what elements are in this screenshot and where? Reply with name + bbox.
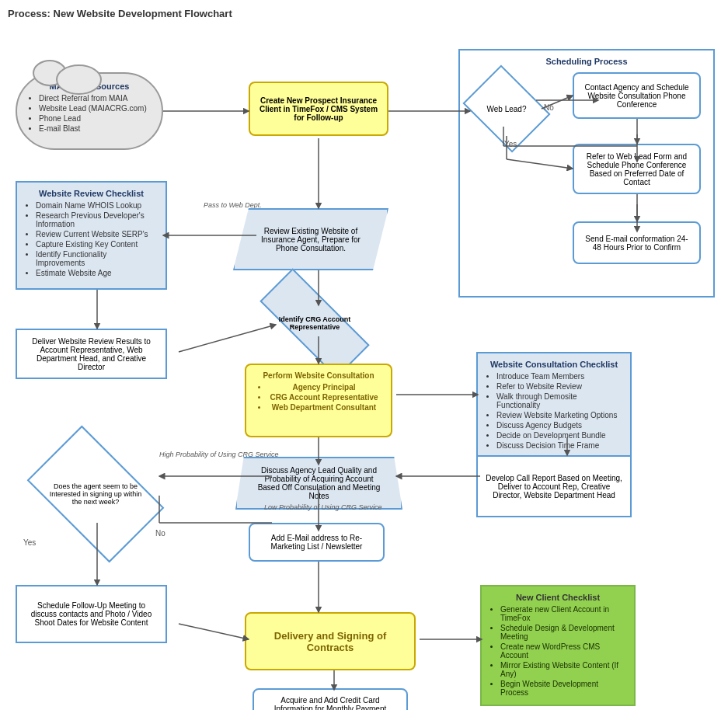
add-email-label: Add E-Mail address to Re-Marketing List … [258, 534, 375, 551]
acquire-credit-label: Acquire and Add Credit Card Information … [262, 696, 399, 710]
rcb-1: Domain Name WHOIS Lookup [36, 201, 158, 210]
web-lead-diamond: Web Lead? [472, 82, 542, 136]
no-label2: No [155, 529, 165, 538]
ccb-5: Discuss Agency Budgets [496, 421, 622, 430]
perform-consultation-bullets: Agency Principal CRG Account Representat… [257, 383, 380, 412]
contact-agency-box: Contact Agency and Schedule Website Cons… [573, 72, 701, 119]
discuss-agency-label: Discuss Agency Lead Quality and Probabil… [253, 466, 385, 500]
ccb-6: Decide on Development Bundle [496, 431, 622, 440]
consultation-checklist-bullets: Introduce Team Members Refer to Website … [486, 372, 622, 450]
rcb-3: Review Current Website SERP's [36, 230, 158, 238]
svg-line-23 [179, 624, 249, 639]
maia-lead-sources: MAIA Lead Sources Direct Referral from M… [16, 72, 163, 150]
page: Process: New Website Development Flowcha… [0, 0, 728, 710]
deliver-results-box: Deliver Website Review Results to Accoun… [16, 329, 167, 379]
agent-interested-diamond: Does the agent seem to be Interested in … [37, 455, 154, 533]
yes-label2: Yes [23, 538, 36, 547]
schedule-followup-label: Schedule Follow-Up Meeting to discuss co… [23, 601, 159, 627]
consultation-checklist-title: Website Consultation Checklist [486, 360, 622, 369]
bullet-1: Direct Referral from MAIA [39, 94, 151, 103]
scheduling-title: Scheduling Process [466, 57, 707, 66]
identify-crg-diamond: Identify CRG Account Representative [260, 300, 369, 346]
ncb-1: Generate new Client Account in TimeFox [500, 605, 626, 622]
ncb-4: Mirror Existing Website Content (If Any) [500, 661, 626, 678]
create-prospect-box: Create New Prospect Insurance Client in … [249, 82, 388, 136]
svg-line-30 [507, 159, 573, 169]
add-email-box: Add E-Mail address to Re-Marketing List … [249, 523, 385, 562]
web-lead-label: Web Lead? [472, 82, 542, 136]
scheduling-box: Scheduling Process Web Lead? No Yes Cont… [458, 49, 715, 298]
delivery-signing-box: Delivery and Signing of Contracts [245, 612, 416, 670]
ncb-2: Schedule Design & Development Meeting [500, 624, 626, 641]
ccb-7: Discuss Decision Time Frame [496, 441, 622, 450]
yes-label: Yes [504, 140, 517, 148]
rcb-6: Estimate Website Age [36, 269, 158, 277]
bullet-4: E-mail Blast [39, 124, 151, 133]
schedule-followup-box: Schedule Follow-Up Meeting to discuss co… [16, 585, 167, 643]
review-existing-box: Review Existing Website of Insurance Age… [233, 208, 388, 270]
low-prob-label: Low Probability of Using CRG Service [264, 503, 382, 511]
new-client-title: New Client Checklist [489, 593, 626, 602]
consultation-checklist: Website Consultation Checklist Introduce… [476, 352, 632, 459]
perform-consultation-title: Perform Website Consultation [257, 371, 380, 380]
new-client-checklist: New Client Checklist Generate new Client… [480, 585, 636, 706]
agent-interested-label: Does the agent seem to be Interested in … [37, 455, 154, 533]
identify-crg-label: Identify CRG Account Representative [260, 300, 369, 346]
pass-web-dept-label: Pass to Web Dept. [204, 201, 262, 209]
new-client-bullets: Generate new Client Account in TimeFox S… [489, 605, 626, 697]
deliver-results-label: Deliver Website Review Results to Accoun… [23, 337, 159, 371]
acquire-credit-box: Acquire and Add Credit Card Information … [253, 688, 408, 710]
discuss-agency-box: Discuss Agency Lead Quality and Probabil… [235, 457, 402, 510]
bullet-3: Phone Lead [39, 114, 151, 123]
ccb-1: Introduce Team Members [496, 372, 622, 381]
review-existing-label: Review Existing Website of Insurance Age… [250, 227, 371, 252]
rcb-4: Capture Existing Key Content [36, 240, 158, 249]
develop-call-box: Develop Call Report Based on Meeting, De… [476, 455, 632, 517]
send-email-label: Send E-mail conformation 24-48 Hours Pri… [582, 235, 691, 252]
refer-web-label: Refer to Web Lead Form and Schedule Phon… [582, 152, 691, 186]
ccb-3: Walk through Demosite Functionality [496, 392, 622, 409]
website-review-checklist: Website Review Checklist Domain Name WHO… [16, 181, 167, 290]
rcb-2: Research Previous Developer's Informatio… [36, 211, 158, 228]
develop-call-label: Develop Call Report Based on Meeting, De… [484, 474, 624, 499]
create-prospect-label: Create New Prospect Insurance Client in … [258, 96, 379, 122]
flowchart: MAIA Lead Sources Direct Referral from M… [8, 26, 719, 709]
send-email-box: Send E-mail conformation 24-48 Hours Pri… [573, 221, 701, 264]
no-label: No [544, 103, 554, 112]
ccb-2: Refer to Website Review [496, 382, 622, 391]
rcb-5: Identify Functionality Improvements [36, 250, 158, 267]
pcb-2: CRG Account Representative [268, 393, 380, 402]
pcb-1: Agency Principal [268, 383, 380, 392]
perform-consultation-box: Perform Website Consultation Agency Prin… [245, 364, 392, 437]
cloud-title: MAIA Lead Sources [28, 82, 151, 91]
delivery-signing-label: Delivery and Signing of Contracts [254, 630, 406, 653]
refer-web-box: Refer to Web Lead Form and Schedule Phon… [573, 144, 701, 194]
ccb-4: Review Website Marketing Options [496, 411, 622, 419]
bullet-2: Website Lead (MAIACRG.com) [39, 104, 151, 113]
review-checklist-title: Website Review Checklist [25, 189, 158, 198]
review-checklist-bullets: Domain Name WHOIS Lookup Research Previo… [25, 201, 158, 277]
ncb-3: Create new WordPress CMS Account [500, 642, 626, 660]
page-title: Process: New Website Development Flowcha… [8, 8, 720, 19]
contact-agency-label: Contact Agency and Schedule Website Cons… [582, 83, 691, 109]
cloud-bullets: Direct Referral from MAIA Website Lead (… [28, 94, 151, 133]
ncb-5: Begin Website Development Process [500, 680, 626, 697]
pcb-3: Web Department Consultant [268, 403, 380, 412]
